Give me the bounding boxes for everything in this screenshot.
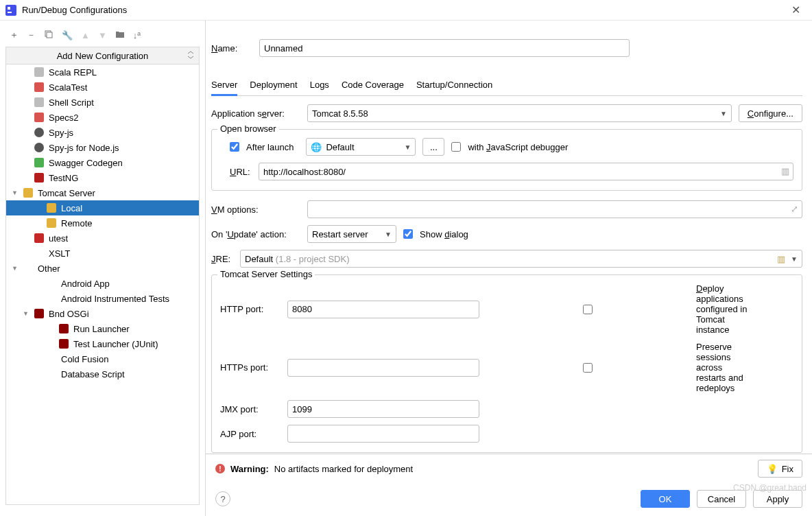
ajp-port-field[interactable] [287,425,479,443]
deploy-tomcat-label: Deploy applications configured in Tomcat… [696,283,751,335]
jmx-port-label: JMX port: [220,404,275,414]
tree-item-cold-fusion[interactable]: Cold Fusion [6,351,199,366]
ajp-port-label: AJP port: [220,429,275,439]
copy-icon[interactable] [44,30,53,41]
name-label: Name: [211,43,250,54]
config-type-icon [34,233,45,244]
configure-button[interactable]: Configure... [739,104,802,122]
tree-item-label: XSLT [49,248,71,259]
folder-icon[interactable] [115,30,125,41]
tab-code-coverage[interactable]: Code Coverage [342,75,404,95]
tree-item-label: Test Launcher (JUnit) [73,339,158,349]
apply-button[interactable]: Apply [753,490,802,508]
config-type-icon [34,127,45,138]
warning-text: No artifacts marked for deployment [274,464,413,474]
tree-item-testng[interactable]: TestNG [6,170,199,185]
chevron-down-icon: ▼ [404,143,411,151]
store-project-checkbox[interactable] [639,43,812,53]
fix-button[interactable]: 💡 Fix [758,460,802,478]
tree-item-xslt[interactable]: XSLT [6,246,199,261]
tree-item-spy-js-for-node-js[interactable]: Spy-js for Node.js [6,140,199,155]
cancel-button[interactable]: Cancel [697,490,746,508]
tree-item-tomcat-server[interactable]: ▼Tomcat Server [6,185,199,200]
tree-item-label: Cold Fusion [61,354,108,364]
preserve-sessions-label: Preserve sessions across restarts and re… [696,342,751,393]
down-icon[interactable]: ▼ [98,30,107,40]
tree-item-swagger-codegen[interactable]: Swagger Codegen [6,155,199,170]
config-type-icon [58,323,69,334]
add-new-configuration-header[interactable]: Add New Configuration [5,47,200,64]
http-port-field[interactable] [287,301,479,318]
tree-item-local[interactable]: Local [6,200,199,215]
tomcat-settings-group: Tomcat Server Settings HTTP port: Deploy… [211,274,802,453]
collapse-icon[interactable] [187,51,195,61]
add-icon[interactable]: ＋ [10,29,19,41]
up-icon[interactable]: ▲ [81,30,90,40]
tree-item-label: Android App [61,279,110,289]
https-port-field[interactable] [287,359,479,377]
show-dialog-checkbox[interactable] [403,229,413,239]
tree-item-shell-script[interactable]: Shell Script [6,95,199,110]
tree-item-label: Specs2 [49,113,78,123]
deploy-tomcat-checkbox[interactable] [492,305,684,314]
tree-item-run-launcher[interactable]: Run Launcher [6,321,199,336]
right-pane: Name: Store as project file ⚙ ServerDepl… [206,21,812,516]
tree-item-scalatest[interactable]: ScalaTest [6,80,199,95]
ok-button[interactable]: OK [641,490,690,508]
config-type-icon [23,263,34,274]
tree-item-android-app[interactable]: Android App [6,276,199,291]
tree-item-utest[interactable]: utest [6,231,199,246]
tree-item-database-script[interactable]: Database Script [6,366,199,382]
tree-item-label: TestNG [49,173,78,183]
vm-options-field[interactable] [307,200,802,218]
https-port-label: HTTPs port: [220,362,275,373]
configuration-tree[interactable]: Scala REPLScalaTestShell ScriptSpecs2Spy… [5,64,200,505]
tree-item-other[interactable]: ▼Other [6,261,199,276]
tree-item-label: Local [61,203,82,213]
app-server-select[interactable]: Tomcat 8.5.58 ▼ [307,104,732,122]
remove-icon[interactable]: － [27,29,36,41]
tree-item-test-launcher-junit-[interactable]: Test Launcher (JUnit) [6,336,199,351]
chrome-icon: 🌐 [311,142,322,152]
tree-item-label: Database Script [61,369,125,379]
preserve-sessions-checkbox[interactable] [492,363,684,373]
config-type-icon [46,278,57,289]
tree-item-bnd-osgi[interactable]: ▼Bnd OSGi [6,306,199,321]
expand-icon[interactable]: ⤢ [791,204,798,214]
sort-icon[interactable]: ↓ª [133,30,141,40]
browser-select[interactable]: 🌐Default ▼ [306,138,416,156]
tree-item-remote[interactable]: Remote [6,215,199,231]
jmx-port-field[interactable] [287,400,479,418]
vm-options-label: VM options: [211,204,300,215]
app-icon [5,5,16,16]
tree-item-label: Shell Script [49,97,94,108]
tab-startup-connection[interactable]: Startup/Connection [416,75,492,95]
browser-more-button[interactable]: ... [422,138,444,156]
config-type-icon [46,202,57,213]
tree-item-label: Spy-js [49,128,73,138]
tab-server[interactable]: Server [211,75,237,96]
tree-item-specs2[interactable]: Specs2 [6,110,199,125]
jre-select[interactable]: Default (1.8 - project SDK) ▥ ▼ [240,250,802,268]
wrench-icon[interactable]: 🔧 [62,30,73,40]
tree-item-spy-js[interactable]: Spy-js [6,125,199,140]
help-button[interactable]: ? [215,491,230,506]
url-field[interactable] [259,163,793,180]
tree-item-label: ScalaTest [49,82,87,93]
close-icon[interactable]: ✕ [785,3,807,16]
tree-item-scala-repl[interactable]: Scala REPL [6,64,199,80]
config-type-icon [34,97,45,108]
tab-logs[interactable]: Logs [310,75,329,95]
tab-deployment[interactable]: Deployment [250,75,297,95]
js-debugger-checkbox[interactable] [451,142,461,152]
on-update-select[interactable]: Restart server ▼ [307,225,396,243]
config-type-icon [58,338,69,349]
tree-item-android-instrumented-tests[interactable]: Android Instrumented Tests [6,291,199,306]
tomcat-settings-legend: Tomcat Server Settings [217,269,315,279]
browse-icon[interactable]: ▥ [781,166,789,176]
on-update-label: On 'Update' action: [211,229,300,239]
add-config-label: Add New Configuration [57,51,149,61]
name-field[interactable] [259,39,630,57]
after-launch-checkbox[interactable] [230,142,239,152]
browse-jre-icon[interactable]: ▥ [777,254,785,264]
